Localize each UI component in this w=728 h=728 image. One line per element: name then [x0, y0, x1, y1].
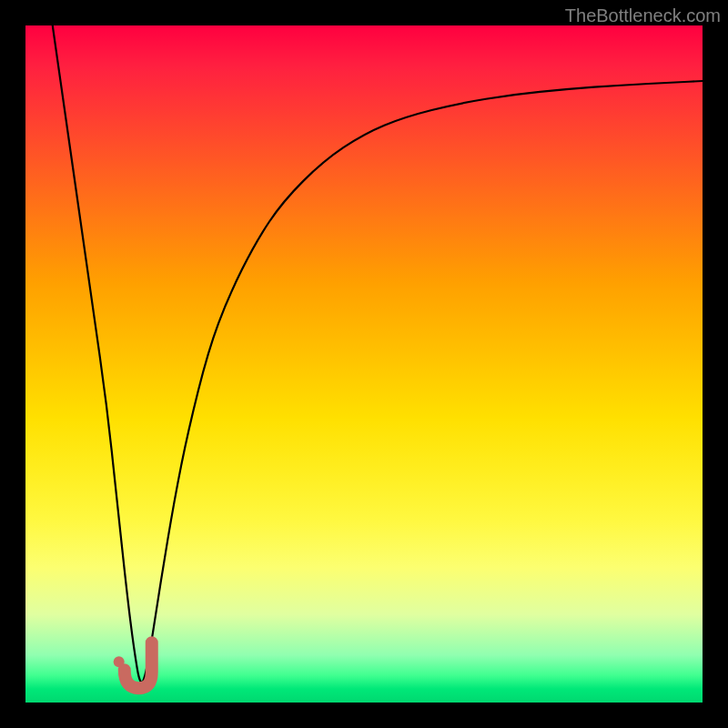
bottleneck-curve — [53, 25, 703, 682]
optimal-marker — [114, 642, 152, 688]
bottleneck-chart — [25, 25, 703, 703]
watermark-text: TheBottleneck.com — [565, 5, 721, 26]
